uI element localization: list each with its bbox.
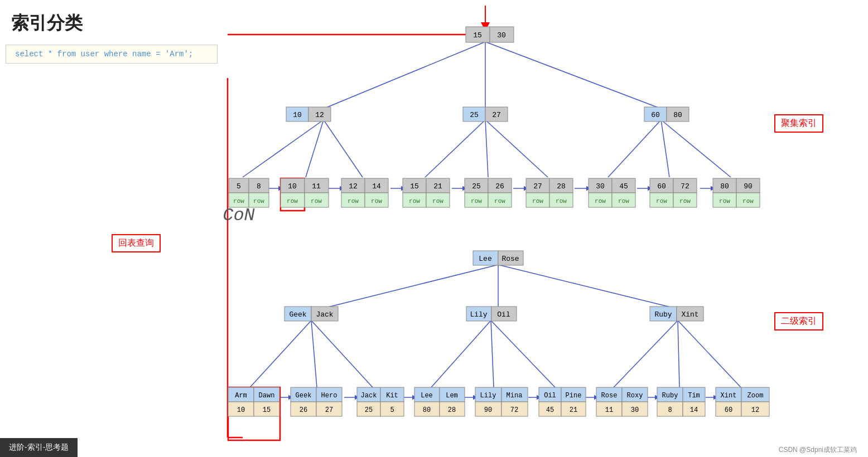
svg-line-2	[485, 42, 661, 109]
svg-text:80: 80	[673, 111, 682, 119]
svg-text:11: 11	[312, 182, 321, 191]
svg-text:27: 27	[492, 111, 501, 119]
svg-text:Hero: Hero	[321, 392, 337, 400]
svg-text:26: 26	[300, 406, 307, 414]
svg-text:8: 8	[668, 406, 672, 414]
svg-line-10	[608, 120, 661, 177]
svg-text:row: row	[471, 198, 482, 205]
svg-text:30: 30	[497, 31, 506, 40]
svg-text:27: 27	[325, 406, 333, 414]
svg-text:5: 5	[237, 182, 241, 191]
svg-text:row: row	[656, 198, 667, 205]
svg-text:25: 25	[470, 111, 479, 119]
svg-text:28: 28	[557, 182, 566, 191]
svg-text:row: row	[348, 198, 359, 205]
svg-text:row: row	[371, 198, 382, 205]
svg-text:Rose: Rose	[501, 255, 519, 263]
svg-text:Ruby: Ruby	[654, 310, 672, 319]
svg-text:Lily: Lily	[470, 310, 487, 319]
svg-text:Dawn: Dawn	[259, 392, 275, 400]
svg-line-7	[425, 120, 485, 177]
svg-text:row: row	[532, 198, 543, 205]
svg-text:Lem: Lem	[446, 392, 458, 400]
svg-text:Lee: Lee	[421, 392, 433, 400]
svg-text:45: 45	[619, 182, 628, 191]
svg-line-11	[661, 120, 669, 177]
svg-text:row: row	[595, 198, 606, 205]
svg-text:15: 15	[410, 182, 419, 191]
svg-text:21: 21	[433, 182, 442, 191]
svg-text:row: row	[432, 198, 443, 205]
svg-text:11: 11	[605, 406, 613, 414]
svg-text:80: 80	[423, 406, 431, 414]
svg-line-29	[491, 320, 555, 387]
svg-text:80: 80	[720, 182, 729, 191]
svg-text:row: row	[409, 198, 420, 205]
svg-text:15: 15	[263, 406, 271, 414]
svg-text:10: 10	[237, 406, 245, 414]
svg-text:Pine: Pine	[566, 392, 582, 400]
svg-line-12	[661, 120, 731, 177]
svg-text:CoN: CoN	[223, 205, 255, 226]
svg-text:90: 90	[744, 182, 753, 191]
svg-text:row: row	[719, 198, 730, 205]
svg-text:row: row	[287, 198, 298, 205]
svg-text:Roxy: Roxy	[627, 392, 643, 400]
svg-text:Kit: Kit	[386, 392, 398, 400]
svg-line-31	[678, 320, 679, 387]
svg-line-32	[678, 320, 741, 387]
svg-text:10: 10	[293, 111, 302, 119]
svg-text:Jack: Jack	[316, 310, 333, 319]
svg-text:row: row	[494, 198, 505, 205]
svg-text:14: 14	[690, 406, 698, 414]
svg-text:8: 8	[257, 182, 261, 191]
svg-text:15: 15	[473, 31, 482, 40]
svg-text:12: 12	[315, 111, 324, 119]
svg-text:27: 27	[533, 182, 542, 191]
svg-text:10: 10	[288, 182, 297, 191]
svg-text:12: 12	[349, 182, 358, 191]
svg-text:60: 60	[725, 406, 732, 414]
svg-text:row: row	[742, 198, 754, 205]
svg-text:Zoom: Zoom	[748, 392, 764, 400]
svg-line-23	[498, 265, 675, 308]
svg-line-30	[614, 320, 678, 387]
svg-text:90: 90	[484, 406, 492, 414]
svg-text:45: 45	[546, 406, 554, 414]
svg-text:60: 60	[657, 182, 666, 191]
svg-text:Rose: Rose	[601, 392, 618, 400]
svg-text:row: row	[679, 198, 691, 205]
svg-line-9	[485, 120, 548, 177]
svg-text:60: 60	[651, 111, 660, 119]
svg-text:Jack: Jack	[361, 392, 377, 400]
svg-text:14: 14	[372, 182, 381, 191]
svg-text:72: 72	[681, 182, 689, 191]
svg-text:Xint: Xint	[681, 310, 698, 319]
svg-text:Oil: Oil	[497, 310, 510, 319]
svg-text:Geek: Geek	[289, 310, 306, 319]
svg-text:28: 28	[448, 406, 456, 414]
svg-line-0	[324, 42, 485, 109]
svg-text:Arm: Arm	[235, 392, 247, 400]
svg-text:Ruby: Ruby	[662, 392, 678, 400]
svg-text:25: 25	[472, 182, 481, 191]
svg-text:Lily: Lily	[480, 392, 496, 400]
svg-text:row: row	[253, 198, 264, 205]
svg-text:Xint: Xint	[721, 392, 737, 400]
svg-text:26: 26	[495, 182, 504, 191]
svg-line-8	[485, 120, 488, 177]
svg-text:30: 30	[631, 406, 639, 414]
svg-text:Geek: Geek	[296, 392, 312, 400]
svg-line-6	[324, 120, 363, 177]
svg-text:Tim: Tim	[688, 392, 700, 400]
svg-line-4	[243, 120, 324, 177]
svg-line-28	[491, 320, 494, 387]
svg-text:30: 30	[596, 182, 605, 191]
svg-line-24	[250, 320, 311, 387]
svg-text:5: 5	[390, 406, 394, 414]
svg-line-27	[431, 320, 491, 387]
svg-text:Oil: Oil	[544, 392, 556, 400]
svg-text:72: 72	[510, 406, 518, 414]
svg-text:row: row	[311, 198, 322, 205]
svg-text:row: row	[233, 198, 244, 205]
